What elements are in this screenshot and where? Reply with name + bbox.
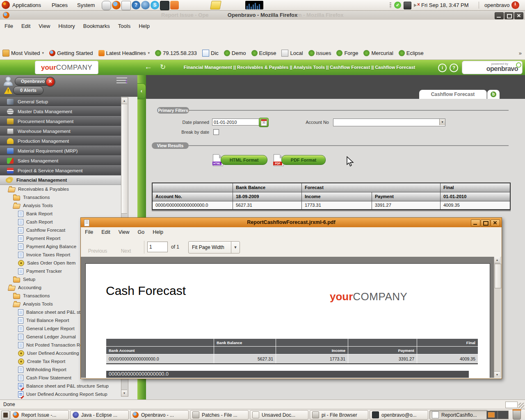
maximize-button[interactable]: [481, 219, 490, 226]
tray-drag-handle[interactable]: [390, 2, 391, 8]
menu-item[interactable]: History: [55, 20, 78, 32]
menu-item[interactable]: View: [35, 20, 54, 32]
bookmark-item[interactable]: Eclipse: [399, 50, 424, 56]
close-button[interactable]: [514, 12, 523, 19]
power-button-icon[interactable]: [511, 1, 519, 9]
sidebar-module-item[interactable]: Project & Service Management: [0, 166, 121, 176]
launcher-icon[interactable]: [121, 1, 131, 10]
sidebar-module-item[interactable]: Material Requirement (MRP): [0, 146, 121, 156]
minimize-button[interactable]: [471, 219, 480, 226]
sidebar-module-item[interactable]: Production Management: [0, 136, 121, 146]
bookmark-item[interactable]: Mercurial: [363, 50, 393, 56]
taskbar-task[interactable]: Report Issue -...: [10, 410, 69, 420]
show-desktop-icon[interactable]: [1, 411, 10, 420]
launcher-icon[interactable]: [170, 1, 179, 9]
sidebar-item-financial-management[interactable]: Financial Management: [0, 176, 121, 185]
previous-page-button[interactable]: Previous: [85, 240, 110, 254]
menu-item[interactable]: Go: [134, 227, 149, 237]
trash-icon[interactable]: [513, 410, 521, 420]
sidebar-tree-item[interactable]: Transactions: [0, 193, 121, 201]
collapse-menu-icon[interactable]: [116, 78, 127, 85]
taskbar-task[interactable]: openbravo@o...: [370, 410, 428, 420]
sidebar-module-item[interactable]: Sales Management: [0, 156, 121, 166]
menu-item[interactable]: File: [1, 20, 17, 32]
sidebar-tree-item[interactable]: Analysis Tools: [0, 201, 121, 210]
bookmark-item[interactable]: Forge: [336, 50, 358, 56]
sidebar-tree-item[interactable]: User Defined Accounting Report Setup: [0, 390, 121, 398]
scroll-up-icon[interactable]: ▲: [494, 257, 500, 263]
launcher-icon[interactable]: [112, 1, 121, 9]
scrollbar-thumb[interactable]: [121, 104, 127, 214]
page-number-input[interactable]: [147, 242, 168, 252]
user-menu[interactable]: openbravo: [484, 0, 509, 10]
ubuntu-logo-icon[interactable]: [2, 1, 10, 9]
zoom-select[interactable]: Fit Page Width ▼: [188, 241, 240, 253]
menu-item[interactable]: Help: [135, 20, 153, 32]
menu-item[interactable]: Edit: [18, 20, 34, 32]
scrollbar-thumb[interactable]: [495, 264, 501, 288]
launcher-icon[interactable]: [160, 1, 169, 10]
ob-back-icon[interactable]: ←: [144, 62, 152, 71]
taskbar-task[interactable]: Unsaved Doc...: [250, 410, 308, 420]
sidebar-module-item[interactable]: Warehouse Management: [0, 126, 121, 136]
break-by-date-checkbox[interactable]: [213, 129, 219, 135]
pdf-window-titlebar[interactable]: ReportCashflowForecast.jrxml-6.pdf: [81, 218, 502, 227]
select-dropdown-icon[interactable]: ▾: [439, 119, 445, 125]
bookmark-item[interactable]: Latest Headlines: [98, 50, 150, 56]
launcher-icon[interactable]: [141, 1, 150, 9]
bookmarks-overflow-chevron[interactable]: »: [519, 46, 522, 60]
bookmark-item[interactable]: 79.125.58.233: [155, 50, 197, 56]
close-button[interactable]: [491, 219, 500, 226]
bookmark-item[interactable]: issues: [308, 50, 331, 56]
scroll-up-icon[interactable]: ▲: [121, 98, 127, 104]
menu-item[interactable]: Help: [148, 227, 167, 237]
taskbar-task[interactable]: Patches - File ...: [190, 410, 249, 420]
next-page-button[interactable]: Next: [116, 240, 136, 254]
sidebar-module-item[interactable]: General Setup: [0, 97, 121, 107]
launcher-icon[interactable]: [151, 1, 159, 9]
close-session-icon[interactable]: [45, 77, 55, 87]
menu-item[interactable]: Tools: [114, 20, 134, 32]
workspace-switcher[interactable]: [486, 411, 509, 419]
taskbar-task[interactable]: ReportCashflo...: [429, 410, 488, 420]
tab-cashflow-forecast[interactable]: Cashflow Forecast: [419, 90, 487, 99]
alerts-pill[interactable]: 0 Alerts: [13, 86, 43, 95]
tab-openbravo-icon[interactable]: b: [487, 90, 500, 99]
bookmark-item[interactable]: Eclipse: [251, 50, 276, 56]
update-status-icon[interactable]: [394, 2, 401, 9]
system-menu[interactable]: System: [77, 0, 95, 10]
pdf-format-button[interactable]: PDF Format: [281, 155, 326, 165]
scroll-down-icon[interactable]: ▼: [494, 371, 500, 378]
display-settings-icon[interactable]: [404, 2, 411, 9]
maximize-button[interactable]: [504, 12, 514, 19]
pdf-scrollbar[interactable]: ▲ ▼: [494, 257, 501, 378]
bookmark-item[interactable]: Getting Started: [49, 50, 93, 56]
menu-item[interactable]: File: [81, 227, 97, 237]
minimize-button[interactable]: [495, 12, 504, 19]
taskbar-task[interactable]: pi - File Browser: [310, 410, 368, 420]
bookmark-item[interactable]: Most Visited: [2, 50, 44, 57]
workspace-1[interactable]: [487, 411, 498, 419]
sticky-notes-icon[interactable]: [210, 1, 221, 9]
help-icon[interactable]: ?: [450, 64, 458, 72]
launcher-icon[interactable]: [132, 1, 140, 9]
sidebar-module-item[interactable]: Master Data Management: [0, 107, 121, 116]
html-format-button[interactable]: HTML Format: [221, 155, 267, 165]
sidebar-tree-item[interactable]: Balance sheet and P&L structure Setup: [0, 382, 121, 390]
collapse-sidebar-icon[interactable]: ‹: [137, 83, 146, 99]
resize-grip[interactable]: [518, 403, 524, 409]
taskbar-task[interactable]: Java - Eclipse ...: [70, 410, 129, 420]
workspace-2[interactable]: [498, 411, 509, 419]
sidebar-tree-item[interactable]: Receivables & Payables: [0, 185, 121, 193]
places-menu[interactable]: Places: [52, 0, 68, 10]
clock[interactable]: Fri Sep 18, 3:47 PM: [421, 0, 469, 10]
bookmark-item[interactable]: Local: [281, 50, 303, 57]
bookmark-item[interactable]: Demo: [224, 50, 246, 56]
taskbar-task[interactable]: Openbravo - ...: [130, 410, 189, 420]
ob-refresh-icon[interactable]: ↻: [160, 63, 166, 71]
bookmark-item[interactable]: Dic: [202, 50, 219, 57]
calendar-icon[interactable]: [259, 118, 269, 127]
firefox-titlebar[interactable]: Report Issue - Ope m - Mozilla Firefox O…: [0, 11, 525, 20]
menu-item[interactable]: Bookmarks: [80, 20, 114, 32]
applications-menu[interactable]: Applications: [12, 0, 41, 10]
